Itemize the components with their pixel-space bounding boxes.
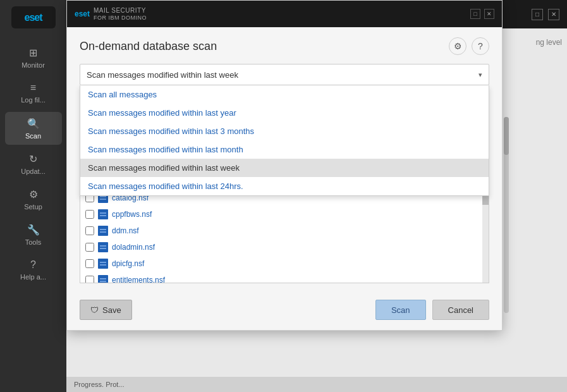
modal-header-icons: ⚙ ? — [449, 37, 489, 55]
file-row: dpicfg.nsf — [80, 255, 489, 272]
status-text: Progress. Prot... — [74, 381, 124, 388]
dropdown-option-year[interactable]: Scan messages modified within last year — [80, 104, 489, 122]
modal-help-icon: ? — [478, 41, 483, 51]
shield-icon: 🛡 — [90, 305, 99, 315]
sidebar-label-help: Help a... — [20, 273, 46, 281]
modal-win-controls: □ ✕ — [470, 9, 494, 19]
modal-dialog: eset MAIL SECURITY for IBM DOMINO □ ✕ On… — [66, 0, 503, 331]
modal-close-button[interactable]: ✕ — [484, 9, 494, 19]
logging-level-hint: ng level — [536, 38, 562, 47]
sidebar-item-update[interactable]: ↻ Updat... — [5, 147, 62, 180]
modal-titlebar: eset MAIL SECURITY for IBM DOMINO □ ✕ — [67, 1, 502, 27]
sidebar-logo: eset — [11, 6, 56, 28]
dropdown-option-24hrs[interactable]: Scan messages modified within last 24hrs… — [80, 177, 489, 195]
dropdown-option-week[interactable]: Scan messages modified within last week — [80, 159, 489, 177]
modal-footer: 🛡 Save Scan Cancel — [67, 293, 502, 330]
cancel-button[interactable]: Cancel — [432, 300, 489, 320]
dropdown-selected-value[interactable]: Scan messages modified within last week … — [80, 64, 489, 85]
window-controls: □ ✕ — [532, 9, 559, 20]
file-icon-doladmin — [98, 242, 108, 252]
logfiles-icon: ≡ — [30, 82, 36, 94]
sidebar-item-monitor[interactable]: ⊞ Monitor — [5, 41, 62, 74]
modal-title: On-demand database scan — [80, 40, 217, 53]
file-icon-dpicfg — [98, 259, 108, 269]
file-icon-cppfbws — [98, 209, 108, 219]
file-icon-entitlements — [98, 275, 108, 283]
file-name-ddm[interactable]: ddm.nsf — [112, 226, 139, 235]
dropdown-option-all[interactable]: Scan all messages — [80, 85, 489, 104]
file-name-dpicfg[interactable]: dpicfg.nsf — [112, 259, 144, 268]
settings-icon: ⚙ — [454, 41, 462, 51]
status-bar: Progress. Prot... — [66, 377, 567, 392]
settings-icon-button[interactable]: ⚙ — [449, 37, 466, 55]
file-checkbox-ddm[interactable] — [85, 226, 94, 235]
sidebar-item-tools[interactable]: 🔧 Tools — [5, 218, 62, 251]
modal-maximize-button[interactable]: □ — [470, 9, 480, 19]
file-name-entitlements[interactable]: entitlements.nsf — [112, 276, 165, 283]
file-checkbox-dpicfg[interactable] — [85, 259, 94, 268]
dropdown-list: Scan all messages Scan messages modified… — [80, 85, 489, 196]
modal-sub-brand: MAIL SECURITY — [94, 7, 147, 15]
close-button[interactable]: ✕ — [548, 9, 559, 20]
save-label: Save — [102, 305, 121, 315]
chevron-down-icon: ▾ — [479, 71, 482, 79]
file-row: entitlements.nsf — [80, 272, 489, 283]
help-icon-button[interactable]: ? — [472, 37, 489, 55]
file-row: cppfbws.nsf — [80, 206, 489, 223]
sidebar-item-help[interactable]: ? Help a... — [5, 254, 62, 286]
file-checkbox-cppfbws[interactable] — [85, 210, 94, 219]
monitor-icon: ⊞ — [29, 47, 37, 59]
sidebar-label-setup: Setup — [24, 203, 42, 211]
tools-icon: 🔧 — [27, 224, 40, 236]
modal-logo: eset MAIL SECURITY for IBM DOMINO — [75, 7, 147, 21]
modal-body: On-demand database scan ⚙ ? Scan message… — [67, 27, 502, 293]
sidebar-item-setup[interactable]: ⚙ Setup — [5, 183, 62, 216]
right-buttons: Scan Cancel — [375, 300, 489, 320]
sidebar-item-logfiles[interactable]: ≡ Log fil... — [5, 77, 62, 109]
modal-sub: MAIL SECURITY for IBM DOMINO — [94, 7, 147, 21]
scan-button[interactable]: Scan — [375, 300, 426, 320]
file-row: doladmin.nsf — [80, 239, 489, 255]
sidebar-label-monitor: Monitor — [21, 61, 45, 69]
modal-sub-detail: for IBM DOMINO — [94, 15, 147, 21]
brand-logo: eset — [24, 12, 42, 23]
file-name-cppfbws[interactable]: cppfbws.nsf — [112, 210, 152, 219]
scan-type-dropdown[interactable]: Scan messages modified within last week … — [80, 64, 489, 85]
dropdown-option-3months[interactable]: Scan messages modified within last 3 mon… — [80, 122, 489, 140]
sidebar-label-tools: Tools — [25, 238, 42, 246]
modal-header: On-demand database scan ⚙ ? — [80, 37, 489, 55]
setup-icon: ⚙ — [29, 188, 38, 200]
sidebar: eset ⊞ Monitor ≡ Log fil... 🔍 Scan ↻ Upd… — [0, 0, 66, 392]
sidebar-label-update: Updat... — [21, 168, 46, 175]
scan-icon: 🔍 — [27, 118, 40, 130]
file-checkbox-doladmin[interactable] — [85, 243, 94, 252]
dropdown-text: Scan messages modified within last week — [87, 70, 238, 80]
maximize-button[interactable]: □ — [532, 9, 543, 20]
file-icon-ddm — [98, 226, 108, 236]
sidebar-item-scan[interactable]: 🔍 Scan — [5, 112, 62, 145]
update-icon: ↻ — [29, 153, 37, 165]
sidebar-label-logfiles: Log fil... — [21, 96, 46, 104]
help-icon: ? — [30, 259, 36, 271]
file-row: ddm.nsf — [80, 223, 489, 239]
scrollbar-track[interactable] — [504, 117, 509, 313]
scrollbar-thumb[interactable] — [504, 117, 509, 155]
save-button[interactable]: 🛡 Save — [80, 300, 132, 320]
modal-brand: eset — [75, 9, 90, 18]
dropdown-option-month[interactable]: Scan messages modified within last month — [80, 140, 489, 159]
file-name-doladmin[interactable]: doladmin.nsf — [112, 243, 155, 252]
sidebar-label-scan: Scan — [25, 132, 41, 140]
file-checkbox-entitlements[interactable] — [85, 276, 94, 283]
